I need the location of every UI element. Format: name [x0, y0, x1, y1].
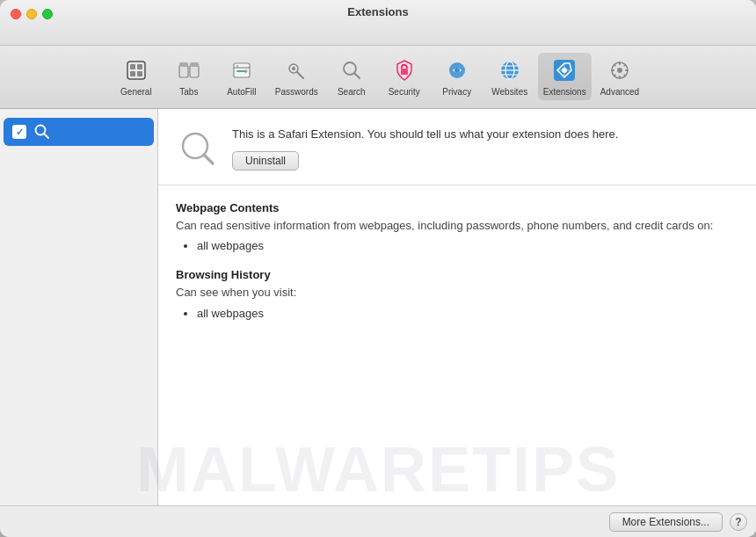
svg-rect-8: [190, 62, 199, 67]
advanced-label: Advanced: [600, 87, 639, 97]
extension-permissions: Webpage Contents Can read sensitive info…: [158, 185, 756, 505]
autofill-icon: [228, 56, 256, 84]
svg-rect-7: [179, 62, 188, 67]
svg-line-15: [354, 73, 360, 78]
general-label: General: [120, 87, 152, 97]
webpage-contents-desc: Can read sensitive information from webp…: [176, 218, 738, 234]
sidebar: ✓: [0, 109, 158, 505]
permission-section-webpage: Webpage Contents Can read sensitive info…: [176, 201, 738, 252]
extension-info: This is a Safari Extension. You should t…: [232, 127, 738, 171]
browsing-history-item: all webpages: [197, 307, 738, 320]
toolbar-item-security[interactable]: Security: [380, 53, 429, 100]
svg-point-13: [292, 67, 295, 70]
extension-large-icon: [176, 127, 218, 169]
toolbar-item-passwords[interactable]: Passwords: [270, 53, 323, 100]
extension-header: This is a Safari Extension. You should t…: [158, 109, 756, 185]
svg-rect-2: [137, 64, 142, 69]
toolbar-item-general[interactable]: General: [112, 53, 161, 100]
title-bar: Extensions: [0, 0, 756, 46]
svg-line-34: [624, 64, 625, 65]
svg-rect-16: [401, 69, 408, 75]
toolbar-item-advanced[interactable]: Advanced: [595, 53, 644, 100]
svg-point-25: [562, 68, 567, 73]
security-label: Security: [389, 87, 420, 97]
websites-label: Websites: [491, 87, 527, 97]
advanced-icon: [606, 56, 634, 84]
detail-panel: This is a Safari Extension. You should t…: [158, 109, 756, 505]
help-button[interactable]: ?: [730, 513, 747, 531]
passwords-icon: [282, 56, 310, 84]
security-icon: [390, 56, 418, 84]
uninstall-button[interactable]: Uninstall: [232, 151, 299, 171]
sidebar-item-search[interactable]: ✓: [4, 118, 154, 146]
tabs-icon: [175, 56, 203, 84]
webpage-contents-list: all webpages: [176, 239, 738, 252]
svg-rect-1: [130, 64, 135, 69]
more-extensions-button[interactable]: More Extensions...: [609, 512, 723, 532]
svg-rect-4: [137, 71, 142, 76]
svg-rect-3: [130, 71, 135, 76]
maximize-button[interactable]: [42, 9, 53, 19]
traffic-lights: [11, 9, 53, 19]
safari-preferences-window: Extensions General: [0, 0, 756, 537]
svg-rect-5: [179, 65, 188, 77]
browsing-history-desc: Can see when you visit:: [176, 285, 738, 301]
close-button[interactable]: [11, 9, 21, 19]
svg-line-32: [614, 64, 615, 65]
search-extension-icon: [33, 123, 51, 141]
privacy-label: Privacy: [442, 87, 471, 97]
svg-line-39: [204, 155, 213, 163]
extension-description: This is a Safari Extension. You should t…: [232, 127, 738, 142]
toolbar-item-privacy[interactable]: Privacy: [433, 53, 482, 100]
toolbar-item-tabs[interactable]: Tabs: [164, 53, 214, 100]
browsing-history-list: all webpages: [176, 307, 738, 320]
permission-section-history: Browsing History Can see when you visit:…: [176, 268, 738, 319]
extensions-icon: [550, 56, 578, 84]
toolbar-item-websites[interactable]: Websites: [485, 53, 534, 100]
svg-rect-11: [236, 70, 247, 72]
toolbar-item-search[interactable]: Search: [327, 53, 376, 100]
extension-checkbox[interactable]: ✓: [12, 125, 26, 139]
toolbar: General Tabs: [0, 46, 756, 109]
svg-point-18: [454, 68, 460, 73]
svg-line-37: [45, 134, 49, 139]
svg-point-27: [617, 68, 622, 73]
webpage-contents-title: Webpage Contents: [176, 201, 738, 214]
tabs-label: Tabs: [179, 87, 198, 97]
browsing-history-title: Browsing History: [176, 268, 738, 281]
search-label: Search: [338, 87, 366, 97]
general-icon: [122, 56, 150, 84]
footer: More Extensions... ?: [0, 505, 756, 537]
svg-rect-6: [190, 65, 199, 77]
search-toolbar-icon: [338, 56, 366, 84]
passwords-label: Passwords: [275, 87, 318, 97]
autofill-label: AutoFill: [227, 87, 256, 97]
extensions-label: Extensions: [543, 87, 586, 97]
window-title: Extensions: [347, 5, 408, 18]
privacy-icon: [443, 56, 471, 84]
toolbar-item-extensions[interactable]: Extensions: [538, 53, 592, 100]
toolbar-item-autofill[interactable]: AutoFill: [217, 53, 266, 100]
svg-line-33: [624, 75, 625, 76]
main-content: ✓ This is a Safari: [0, 109, 756, 505]
websites-icon: [496, 56, 524, 84]
svg-line-35: [614, 75, 615, 76]
webpage-contents-item: all webpages: [197, 239, 738, 252]
svg-rect-0: [127, 62, 145, 79]
minimize-button[interactable]: [26, 9, 37, 19]
